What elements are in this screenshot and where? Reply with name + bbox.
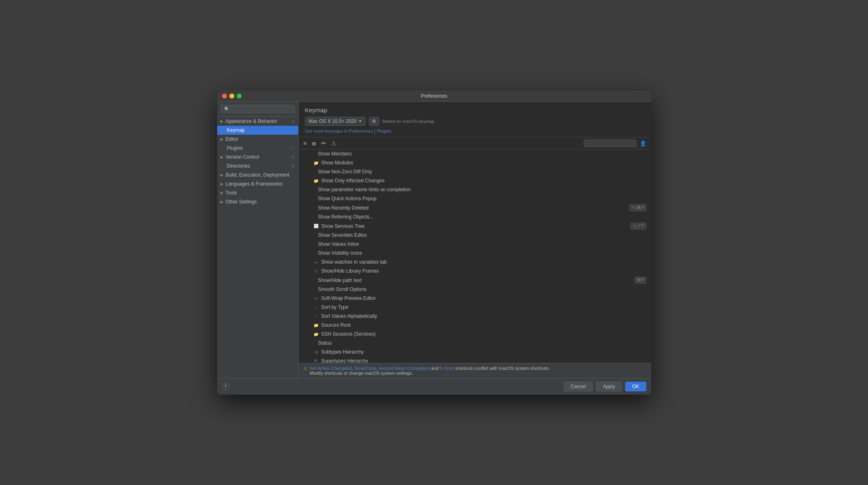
list-item[interactable]: ▽ Show/Hide Library Frames	[299, 267, 651, 275]
main-header: Keymap Mac OS X 10.5+ 2020 ▼ ⚙ Based on …	[299, 102, 651, 138]
plugins-link[interactable]: Plugins	[377, 129, 391, 133]
shortcut-badge: ⌥⇧T	[630, 223, 646, 229]
list-item[interactable]: Show Non-Zero Diff Only	[299, 167, 651, 176]
smart-type-link[interactable]: SmartType	[355, 366, 376, 371]
sidebar-item-keymap[interactable]: Keymap	[217, 126, 298, 135]
expand-all-button[interactable]: ≡	[302, 139, 308, 147]
sidebar-item-version-control[interactable]: ▶ Version Control ⚙	[217, 153, 298, 162]
window-title: Preferences	[421, 93, 447, 99]
collapse-all-button[interactable]: ≣	[310, 139, 318, 147]
keymap-row: Mac OS X 10.5+ 2020 ▼ ⚙ Based on macOS k…	[305, 117, 645, 126]
list-item[interactable]: ⇲ Subtypes Hierarchy	[299, 347, 651, 356]
maximize-button[interactable]	[237, 94, 242, 98]
dropdown-arrow-icon: ▼	[358, 119, 362, 123]
status-bar: ⚠ Set Active Changelist, SmartType, Seco…	[299, 363, 651, 378]
sidebar-item-label: Tools	[226, 190, 237, 196]
list-item[interactable]: Show Referring Objects...	[299, 212, 651, 221]
list-item[interactable]: Show parameter name hints on completion	[299, 185, 651, 194]
list-toolbar: ≡ ≣ ✏ ⚠ 👤	[299, 138, 651, 149]
minimize-button[interactable]	[229, 94, 234, 98]
status-line-1: Set Active Changelist, SmartType, Second…	[310, 366, 550, 371]
list-item[interactable]: 📁 SSH Sessions (Services)	[299, 330, 651, 339]
sidebar-item-directories[interactable]: Directories ⚙	[217, 162, 298, 170]
list-item[interactable]: 📁 Show Modules	[299, 158, 651, 167]
list-item[interactable]: ⇱ Supertypes Hierarchy	[299, 356, 651, 363]
list-item[interactable]: Smooth Scroll Options	[299, 285, 651, 294]
sort-icon: ↕	[313, 304, 319, 310]
set-active-changelist-link[interactable]: Set Active Changelist	[310, 366, 352, 371]
footer-buttons: Cancel Apply OK	[564, 382, 646, 391]
sidebar-item-other-settings[interactable]: ▶ Other Settings	[217, 197, 298, 206]
list-item[interactable]: 📁 Sources Root	[299, 321, 651, 330]
page-title: Keymap	[305, 107, 645, 114]
based-on-label: Based on macOS keymap	[382, 119, 434, 124]
keymap-dropdown[interactable]: Mac OS X 10.5+ 2020 ▼	[305, 117, 366, 126]
sidebar-item-plugins[interactable]: Plugins ⓘ	[217, 144, 298, 153]
list-item[interactable]: Show Values Inline	[299, 240, 651, 249]
vc-label-group: ▶ Version Control	[220, 154, 259, 160]
help-button[interactable]: ?	[222, 383, 229, 390]
edit-shortcut-button[interactable]: ✏	[320, 139, 328, 147]
item-label: Supertypes Hierarchy	[321, 358, 646, 363]
sidebar-items: ▶ Appearance & Behavior ⚙ Keymap ▶ Edito…	[217, 117, 298, 378]
filter-icon: ▽	[313, 268, 319, 274]
sidebar-item-languages[interactable]: ▶ Languages & Frameworks	[217, 179, 298, 188]
status-line-2: Modify shortcuts or change macOS system …	[310, 371, 413, 376]
more-conflicts-link[interactable]: 5 more	[440, 366, 454, 371]
list-item[interactable]: ↕ Sort Values Alphabetically	[299, 312, 651, 321]
list-item[interactable]: Show Quick Actions Popup	[299, 194, 651, 203]
item-label: Show Severities Editor	[318, 232, 646, 238]
list-item[interactable]: ↵ Soft-Wrap Preview Editor	[299, 294, 651, 303]
item-label: Subtypes Hierarchy	[321, 349, 646, 355]
keymap-search-input[interactable]	[584, 140, 637, 147]
arrow-icon: ▶	[220, 173, 223, 177]
list-item[interactable]: Show Recently Deleted ⌥⌘P	[299, 203, 651, 212]
toolbar-search: 👤	[584, 140, 648, 147]
keymap-gear-button[interactable]: ⚙	[369, 117, 379, 126]
item-label: Soft-Wrap Preview Editor	[321, 295, 646, 301]
item-label: Show Recently Deleted	[318, 205, 627, 211]
sidebar-search-input[interactable]	[220, 105, 295, 113]
shortcut-pair: ⌥⌘P	[629, 204, 646, 211]
cancel-button[interactable]: Cancel	[564, 382, 593, 391]
list-item[interactable]: Show Visibility Icons	[299, 249, 651, 258]
list-item[interactable]: 📁 Show Only Affected Changes	[299, 176, 651, 185]
item-label: Sort Values Alphabetically	[321, 313, 646, 319]
close-button[interactable]	[222, 94, 227, 98]
list-item[interactable]: Show Members	[299, 149, 651, 158]
list-item[interactable]: Show Severities Editor	[299, 231, 651, 240]
hierarchy-icon: ⇲	[313, 349, 319, 355]
sidebar-item-tools[interactable]: ▶ Tools	[217, 188, 298, 197]
warning-icon: ⚠	[303, 366, 308, 371]
item-label: Status	[318, 340, 646, 346]
item-label: Show/Hide Library Frames	[321, 268, 646, 274]
item-label: SSH Sessions (Services)	[321, 331, 646, 337]
list-item[interactable]: ⬜ Show Services Tree ⌥⇧T	[299, 221, 651, 231]
item-label: Show Modules	[321, 160, 646, 166]
shortcut-badge: ⌘P	[635, 277, 646, 284]
status-suffix: shortcuts conflict with macOS system sho…	[455, 366, 550, 371]
sidebar-item-build[interactable]: ▶ Build, Execution, Deployment	[217, 170, 298, 179]
get-more-keymaps-link[interactable]: Get more keymaps in Preferences	[305, 129, 373, 133]
sort-icon: ↕	[313, 313, 319, 319]
list-item[interactable]: ∞ Show watches in variables tab	[299, 258, 651, 267]
filter-conflicts-button[interactable]: ⚠	[329, 139, 338, 147]
search-user-icon[interactable]: 👤	[638, 140, 648, 147]
list-item[interactable]: ↕ Sort by Type	[299, 303, 651, 312]
second-basic-completion-link[interactable]: Second Basic Completion	[379, 366, 430, 371]
item-label: Show parameter name hints on completion	[318, 187, 646, 192]
settings-icon: ⚙	[291, 155, 295, 159]
item-label: Show Visibility Icons	[318, 250, 646, 256]
item-label: Show Non-Zero Diff Only	[318, 169, 646, 175]
preferences-window: Preferences ▶ Appearance & Behavior ⚙ Ke…	[217, 90, 651, 395]
list-item[interactable]: Status	[299, 339, 651, 347]
ok-button[interactable]: OK	[625, 382, 646, 391]
item-label: Show Values Inline	[318, 241, 646, 247]
main-panel: Keymap Mac OS X 10.5+ 2020 ▼ ⚙ Based on …	[299, 102, 651, 378]
sidebar-item-label: Plugins	[227, 145, 243, 151]
sidebar-item-editor[interactable]: ▶ Editor	[217, 135, 298, 144]
sidebar-item-appearance[interactable]: ▶ Appearance & Behavior ⚙	[217, 117, 298, 126]
sidebar-item-label: Appearance & Behavior	[226, 118, 277, 124]
apply-button[interactable]: Apply	[596, 382, 622, 391]
list-item[interactable]: Show/Hide path text ⌘P	[299, 275, 651, 285]
